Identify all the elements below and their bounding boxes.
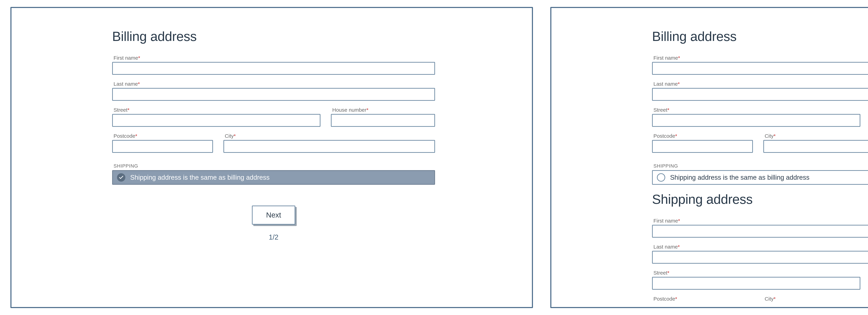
field-city: City* xyxy=(763,133,868,153)
input-street[interactable] xyxy=(652,114,860,127)
label-ship-first-name: First name* xyxy=(653,218,868,224)
same-as-billing-label: Shipping address is the same as billing … xyxy=(670,174,809,181)
label-last-name: Last name* xyxy=(114,81,435,87)
shipping-caption: SHIPPING xyxy=(653,163,868,169)
label-street: Street* xyxy=(653,107,860,113)
label-street: Street* xyxy=(114,107,320,113)
input-postcode[interactable] xyxy=(652,140,753,153)
field-last-name: Last name* xyxy=(112,81,435,101)
label-last-name: Last name* xyxy=(653,81,868,87)
input-ship-last-name[interactable] xyxy=(652,251,868,264)
input-last-name[interactable] xyxy=(652,88,868,101)
page-indicator: 1/2 xyxy=(112,233,435,241)
input-ship-first-name[interactable] xyxy=(652,225,868,238)
same-as-billing-label: Shipping address is the same as billing … xyxy=(130,174,270,181)
label-house-number: House number* xyxy=(332,107,435,113)
input-postcode[interactable] xyxy=(112,140,213,153)
panel-right-inner[interactable]: Billing address First name* Last name* S… xyxy=(551,8,868,307)
field-ship-city: City* xyxy=(763,296,868,303)
field-ship-last-name: Last name* xyxy=(652,244,868,264)
label-city: City* xyxy=(225,133,435,139)
label-first-name: First name* xyxy=(653,55,868,61)
input-first-name[interactable] xyxy=(112,62,435,75)
shipping-title: Shipping address xyxy=(652,192,868,207)
billing-form: Billing address First name* Last name* S… xyxy=(112,8,435,251)
label-postcode: Postcode* xyxy=(114,133,213,139)
field-street: Street* xyxy=(112,107,320,127)
label-ship-postcode: Postcode* xyxy=(653,296,753,302)
same-as-billing-toggle[interactable]: Shipping address is the same as billing … xyxy=(112,170,435,185)
billing-title: Billing address xyxy=(112,29,435,44)
field-first-name: First name* xyxy=(112,55,435,75)
input-city[interactable] xyxy=(223,140,435,153)
field-last-name: Last name* xyxy=(652,81,868,101)
field-postcode: Postcode* xyxy=(652,133,753,153)
field-street: Street* xyxy=(652,107,860,127)
label-postcode: Postcode* xyxy=(653,133,753,139)
next-button[interactable]: Next xyxy=(252,206,295,224)
same-as-billing-toggle[interactable]: Shipping address is the same as billing … xyxy=(652,170,868,185)
label-ship-street: Street* xyxy=(653,270,860,276)
input-city[interactable] xyxy=(763,140,868,153)
panel-left-inner: Billing address First name* Last name* S… xyxy=(11,8,532,307)
label-city: City* xyxy=(765,133,868,139)
check-circle-icon xyxy=(657,173,665,182)
panel-left: Billing address First name* Last name* S… xyxy=(10,7,533,308)
label-ship-last-name: Last name* xyxy=(653,244,868,250)
input-ship-street[interactable] xyxy=(652,277,860,290)
label-first-name: First name* xyxy=(114,55,435,61)
input-first-name[interactable] xyxy=(652,62,868,75)
billing-title: Billing address xyxy=(652,29,868,44)
check-circle-icon xyxy=(117,173,125,182)
input-house-number[interactable] xyxy=(331,114,435,127)
field-house-number: House number* xyxy=(331,107,435,127)
field-ship-postcode: Postcode* xyxy=(652,296,753,303)
billing-form-right: Billing address First name* Last name* S… xyxy=(652,8,868,307)
field-postcode: Postcode* xyxy=(112,133,213,153)
input-last-name[interactable] xyxy=(112,88,435,101)
input-street[interactable] xyxy=(112,114,320,127)
shipping-caption: SHIPPING xyxy=(114,163,435,169)
panel-right: Billing address First name* Last name* S… xyxy=(550,7,868,308)
field-ship-first-name: First name* xyxy=(652,218,868,238)
label-ship-city: City* xyxy=(765,296,868,302)
field-ship-street: Street* xyxy=(652,270,860,290)
field-first-name: First name* xyxy=(652,55,868,75)
field-city: City* xyxy=(223,133,435,153)
